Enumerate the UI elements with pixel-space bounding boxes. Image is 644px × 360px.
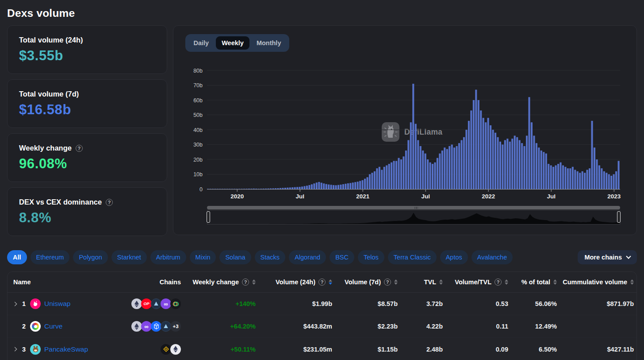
brush-area[interactable] <box>207 210 620 225</box>
celo-icon <box>170 298 181 309</box>
protocol-link[interactable]: Curve <box>44 322 62 330</box>
chain-pill-aptos[interactable]: Aptos <box>440 250 468 264</box>
chart-panel: DailyWeeklyMonthly 010b20b30b40b50b60b70… <box>173 25 637 235</box>
svg-text:30b: 30b <box>193 142 203 148</box>
pct-of-total-cell: 6.50% <box>508 346 557 353</box>
optimism-icon: OP <box>141 298 152 309</box>
help-icon[interactable]: ? <box>318 279 326 286</box>
table-row-uniswap: 1UniswapOP∞+140%$1.99b$8.57b3.72b0.5356.… <box>8 293 636 315</box>
volume-24h-cell: $443.82m <box>256 323 332 330</box>
sort-icon[interactable] <box>394 279 398 285</box>
column-header-weekly-change[interactable]: Weekly change? <box>181 279 256 286</box>
chains-cell: ∞+3 <box>118 321 181 332</box>
volume-7d-cell: $8.57b <box>332 300 398 307</box>
cumulative-volume-cell: $427.11b <box>557 346 636 353</box>
chain-pill-mixin[interactable]: Mixin <box>190 250 216 264</box>
tab-daily[interactable]: Daily <box>188 36 215 50</box>
column-header-volume-tvl[interactable]: Volume/TVL? <box>443 279 508 286</box>
ethereum-icon <box>131 321 142 332</box>
pct-of-total-cell: 12.49% <box>508 323 557 330</box>
table-row-curve: 2Curve∞+3+64.20%$443.82m$2.23b4.22b0.111… <box>8 315 636 338</box>
tab-monthly[interactable]: Monthly <box>250 36 287 50</box>
bsc-icon <box>161 344 171 355</box>
sort-icon[interactable] <box>505 279 508 285</box>
stat-card-2: Total volume (7d)$16.58b <box>7 79 167 128</box>
protocol-link[interactable]: Uniswap <box>44 300 70 308</box>
sort-icon[interactable] <box>553 279 557 285</box>
help-icon[interactable]: ? <box>494 279 502 286</box>
cumulative-volume-cell: $871.97b <box>557 300 636 307</box>
dex-table: NameChainsWeekly change?Volume (24h)?Vol… <box>7 271 637 360</box>
column-header-chains: Chains <box>118 279 181 286</box>
polygon-icon: ∞ <box>141 321 152 332</box>
brush-scrollbar[interactable] <box>207 206 620 209</box>
help-icon[interactable]: ? <box>76 145 83 152</box>
volume-7d-cell: $1.15b <box>332 346 398 353</box>
more-chains-button[interactable]: More chains <box>578 250 637 264</box>
tab-weekly[interactable]: Weekly <box>216 36 250 50</box>
tvl-cell: 3.72b <box>398 300 443 307</box>
arbitrum-icon <box>161 321 171 332</box>
volume-bar-chart: 010b20b30b40b50b60b70b80b2020Jul2021Jul2… <box>173 64 638 202</box>
svg-text:50b: 50b <box>193 112 203 118</box>
page-title: Dexs volume <box>7 7 637 19</box>
interval-tabs: DailyWeeklyMonthly <box>185 34 289 52</box>
chain-pill-bsc[interactable]: BSC <box>330 250 354 264</box>
chain-pill-telos[interactable]: Telos <box>358 250 384 264</box>
weekly-change-cell: +50.11% <box>181 346 256 353</box>
expand-row-icon[interactable] <box>13 302 17 306</box>
column-header-tvl[interactable]: TVL <box>398 279 443 286</box>
svg-text:2023: 2023 <box>607 193 621 200</box>
protocol-link[interactable]: PancakeSwap <box>44 345 88 353</box>
expand-row-icon[interactable] <box>13 347 17 352</box>
chains-cell: OP∞ <box>118 298 181 309</box>
sort-icon[interactable] <box>439 279 443 285</box>
stat-card-value: 8.8% <box>19 210 155 226</box>
column-header-cummulative-volume[interactable]: Cummulative volume <box>557 279 636 286</box>
pct-of-total-cell: 56.06% <box>508 300 557 307</box>
weekly-change-cell: +64.20% <box>181 323 256 330</box>
sort-icon[interactable] <box>252 279 256 285</box>
column-header-volume-7d-[interactable]: Volume (7d)? <box>332 279 398 286</box>
column-header--of-total[interactable]: % of total <box>508 279 557 286</box>
volume-7d-cell: $2.23b <box>332 323 398 330</box>
chain-pill-arbitrum[interactable]: Arbitrum <box>150 250 186 264</box>
svg-text:10b: 10b <box>193 171 203 178</box>
chevron-down-icon <box>626 254 631 259</box>
column-header-name: Name <box>8 279 118 286</box>
help-icon[interactable]: ? <box>384 279 391 286</box>
table-row-pancakeswap: 3PancakeSwap+50.11%$231.05m$1.15b2.48b0.… <box>8 338 636 360</box>
chain-pill-terra-classic[interactable]: Terra Classic <box>388 250 437 264</box>
chain-pill-ethereum[interactable]: Ethereum <box>31 250 70 264</box>
svg-text:20b: 20b <box>193 157 203 163</box>
brush-handle-left[interactable] <box>207 211 210 223</box>
stat-card-label: Total volume (24h) <box>19 36 83 44</box>
column-header-volume-24h-[interactable]: Volume (24h)? <box>256 279 332 286</box>
help-icon[interactable]: ? <box>242 279 249 286</box>
stat-card-label: Total volume (7d) <box>19 90 79 98</box>
tvl-cell: 2.48b <box>398 346 443 353</box>
svg-text:0: 0 <box>199 186 203 193</box>
dexs-volume-page: Dexs volume Total volume (24h)$3.55bTota… <box>0 0 644 360</box>
chain-pill-stacks[interactable]: Stacks <box>255 250 286 264</box>
svg-text:2020: 2020 <box>230 193 244 200</box>
chain-pill-avalanche[interactable]: Avalanche <box>472 250 513 264</box>
chain-pill-starknet[interactable]: Starknet <box>111 250 147 264</box>
svg-text:Jul: Jul <box>547 193 556 200</box>
chain-pill-polygon[interactable]: Polygon <box>73 250 107 264</box>
stat-card-4: DEX vs CEX dominance?8.8% <box>7 187 167 236</box>
chain-pill-solana[interactable]: Solana <box>219 250 251 264</box>
svg-text:2022: 2022 <box>482 193 495 200</box>
chain-pill-algorand[interactable]: Algorand <box>289 250 326 264</box>
ethereum-icon <box>170 344 181 355</box>
volume-24h-cell: $1.99b <box>256 300 332 307</box>
help-icon[interactable]: ? <box>106 199 113 206</box>
name-cell: 2Curve <box>8 321 118 332</box>
sort-icon[interactable] <box>630 279 634 285</box>
stat-card-value: 96.08% <box>19 156 155 172</box>
chain-pill-all[interactable]: All <box>7 250 27 264</box>
arbitrum-icon <box>151 298 161 309</box>
scrollbar-grip-icon[interactable] <box>414 207 419 209</box>
sort-icon[interactable] <box>329 279 332 285</box>
brush-handle-right[interactable] <box>617 211 621 223</box>
